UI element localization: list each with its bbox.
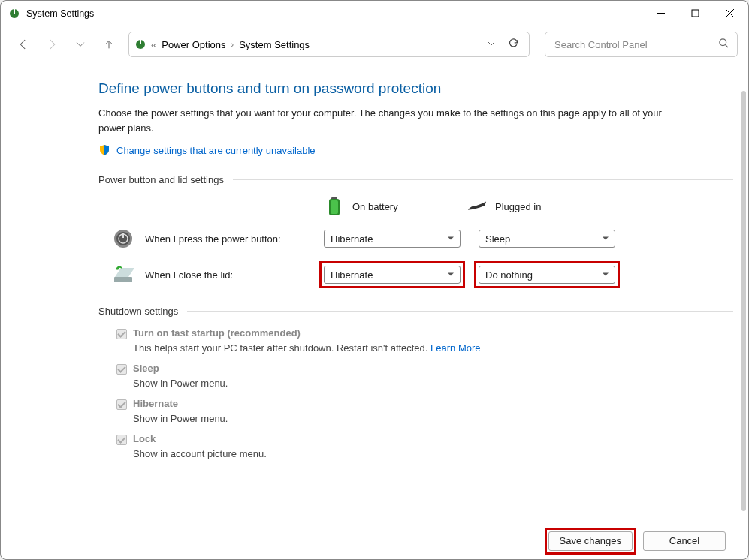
highlight: Hibernate xyxy=(324,266,461,284)
highlight: Save changes xyxy=(548,531,633,551)
battery-icon xyxy=(324,196,345,217)
maximize-button[interactable] xyxy=(678,2,712,26)
fast-startup-checkbox-row: Turn on fast startup (recommended) xyxy=(116,327,733,339)
shutdown-settings-section-header: Shutdown settings xyxy=(98,306,733,317)
power-button-icon xyxy=(112,227,134,250)
on-battery-column-header: On battery xyxy=(324,196,467,217)
hibernate-desc: Show in Power menu. xyxy=(133,413,733,424)
page-subtitle: Choose the power settings that you want … xyxy=(98,106,669,135)
search-bar[interactable] xyxy=(545,32,738,57)
power-options-icon xyxy=(134,38,147,51)
content: Define power buttons and turn on passwor… xyxy=(1,62,748,522)
titlebar: System Settings xyxy=(1,1,748,26)
svg-rect-13 xyxy=(114,277,132,282)
svg-rect-4 xyxy=(140,40,141,44)
close-lid-battery-select[interactable]: Hibernate xyxy=(324,266,461,284)
lid-icon xyxy=(112,263,134,286)
lock-checkbox-row: Lock xyxy=(116,433,733,445)
recent-locations-button[interactable] xyxy=(68,32,92,56)
plugged-in-column-header: Plugged in xyxy=(467,196,609,217)
window-title: System Settings xyxy=(26,8,94,19)
sleep-label: Sleep xyxy=(133,363,159,374)
hibernate-label: Hibernate xyxy=(133,398,178,409)
fast-startup-label: Turn on fast startup (recommended) xyxy=(133,327,301,339)
change-settings-link[interactable]: Change settings that are currently unava… xyxy=(116,145,316,156)
plug-icon xyxy=(467,196,488,217)
hibernate-checkbox[interactable] xyxy=(116,399,127,410)
svg-rect-2 xyxy=(692,10,699,17)
window: System Settings Power Op xyxy=(0,0,749,560)
svg-point-5 xyxy=(720,39,726,46)
power-button-row-label: When I press the power button: xyxy=(145,233,281,245)
power-button-plugged-select[interactable]: Sleep xyxy=(479,230,615,248)
sleep-checkbox-row: Sleep xyxy=(116,363,733,375)
section-title: Power button and lid settings xyxy=(98,174,224,185)
toolbar: Power Options › System Settings xyxy=(1,26,748,62)
search-icon[interactable] xyxy=(718,38,729,51)
refresh-button[interactable] xyxy=(502,38,524,51)
save-changes-button[interactable]: Save changes xyxy=(548,531,633,551)
close-lid-row-label: When I close the lid: xyxy=(145,269,233,281)
power-options-icon xyxy=(8,8,20,20)
footer: Save changes Cancel xyxy=(1,522,748,559)
power-button-lid-section-header: Power button and lid settings xyxy=(98,174,733,185)
back-button[interactable] xyxy=(11,32,35,56)
section-title: Shutdown settings xyxy=(98,306,178,317)
hibernate-checkbox-row: Hibernate xyxy=(116,398,733,410)
svg-rect-12 xyxy=(122,233,124,238)
fast-startup-checkbox[interactable] xyxy=(116,329,127,339)
lock-label: Lock xyxy=(133,433,156,444)
chevron-down-icon[interactable] xyxy=(481,39,502,50)
minimize-button[interactable] xyxy=(643,2,678,26)
uac-shield-icon xyxy=(98,144,110,156)
sleep-checkbox[interactable] xyxy=(116,364,127,375)
search-input[interactable] xyxy=(553,38,718,51)
learn-more-link[interactable]: Learn More xyxy=(430,342,480,354)
breadcrumb-parent[interactable]: Power Options xyxy=(157,39,230,50)
svg-rect-1 xyxy=(14,9,15,14)
svg-rect-8 xyxy=(331,200,338,214)
lock-desc: Show in account picture menu. xyxy=(133,448,733,459)
page-heading: Define power buttons and turn on passwor… xyxy=(98,80,733,97)
fast-startup-desc: This helps start your PC faster after sh… xyxy=(133,342,733,354)
sleep-desc: Show in Power menu. xyxy=(133,378,733,389)
breadcrumb[interactable]: Power Options › System Settings xyxy=(128,32,530,57)
highlight: Do nothing xyxy=(479,266,615,284)
cancel-button[interactable]: Cancel xyxy=(643,531,726,551)
close-button[interactable] xyxy=(712,2,747,26)
breadcrumb-overflow-icon[interactable] xyxy=(150,39,157,50)
close-lid-plugged-select[interactable]: Do nothing xyxy=(479,266,615,284)
lock-checkbox[interactable] xyxy=(116,435,127,445)
breadcrumb-current[interactable]: System Settings xyxy=(234,39,314,50)
up-button[interactable] xyxy=(97,32,121,56)
power-button-battery-select[interactable]: Hibernate xyxy=(324,230,461,248)
forward-button[interactable] xyxy=(40,32,64,56)
scrollbar-icon[interactable] xyxy=(741,91,746,511)
